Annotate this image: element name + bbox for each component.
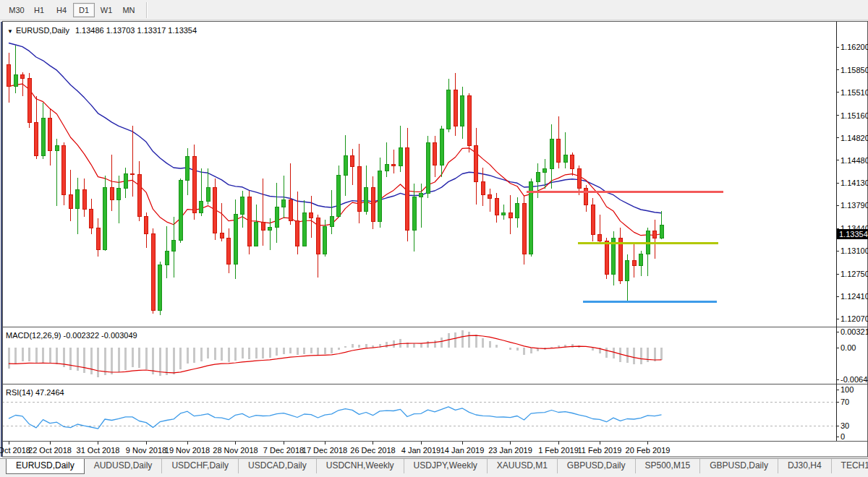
date-axis-label: 11 Feb 2019 xyxy=(578,446,622,455)
date-axis-label: 17 Dec 2018 xyxy=(302,446,347,455)
chart-window[interactable]: ▼EURUSD,Daily1.13486 1.13703 1.13317 1.1… xyxy=(0,21,868,457)
date-axis-label: 1 Feb 2019 xyxy=(538,446,579,455)
timeframe-button-w1[interactable]: W1 xyxy=(95,3,117,17)
rsi-indicator-label: RSI(14) 47.2464 xyxy=(6,388,64,397)
toolbar-separator xyxy=(146,2,147,18)
date-axis-label: 20 Feb 2019 xyxy=(626,446,671,455)
rsi-axis-label: 0 xyxy=(841,432,868,441)
date-axis-label: 4 Jan 2019 xyxy=(401,446,441,455)
price-axis-label: 1.15850 xyxy=(841,66,868,74)
tab-usdjpy-weekly[interactable]: USDJPY,Weekly xyxy=(404,459,487,473)
rsi-axis-label: 100 xyxy=(841,385,868,394)
timeframe-button-h1[interactable]: H1 xyxy=(28,3,50,17)
date-axis-label: 31 Oct 2018 xyxy=(77,446,120,455)
date-axis-label: 14 Jan 2019 xyxy=(441,446,485,455)
price-axis-label: 1.14480 xyxy=(841,156,868,165)
price-axis-label: 1.13440 xyxy=(841,224,868,233)
tab-gbpusd-daily[interactable]: GBPUSD,Daily xyxy=(699,459,778,473)
macd-indicator-label: MACD(12,26,9) -0.002322 -0.003049 xyxy=(6,331,137,340)
date-axis-label: 28 Nov 2018 xyxy=(213,446,258,455)
timeframe-button-m30[interactable]: M30 xyxy=(6,3,27,17)
tab-tech10[interactable]: TECH10 xyxy=(831,459,868,473)
date-axis-label: 9 Nov 2018 xyxy=(126,446,166,455)
price-axis-label: 1.15510 xyxy=(841,88,868,97)
chart-ohlc-values: 1.13486 1.13703 1.13317 1.13354 xyxy=(75,26,197,35)
chart-title: ▼EURUSD,Daily1.13486 1.13703 1.13317 1.1… xyxy=(7,26,197,35)
chart-symbol-label: EURUSD,Daily xyxy=(16,26,69,35)
price-axis-label: 1.12750 xyxy=(841,270,868,278)
date-axis-label: 12 Oct 2018 xyxy=(0,446,30,455)
macd-axis-label: 0.003216 xyxy=(841,327,868,336)
timeframe-toolbar: M30H1H4D1W1MN xyxy=(0,0,868,20)
rsi-axis-label: 70 xyxy=(841,398,868,406)
price-chart-canvas[interactable] xyxy=(0,21,868,457)
timeframe-button-mn[interactable]: MN xyxy=(118,3,140,17)
tab-gbpusd-daily[interactable]: GBPUSD,Daily xyxy=(557,459,635,473)
macd-axis-label: 0.00 xyxy=(841,343,868,352)
tab-sp500-m15[interactable]: SP500,M15 xyxy=(635,459,700,473)
price-axis-label: 1.12070 xyxy=(841,314,868,323)
timeframe-button-d1[interactable]: D1 xyxy=(73,3,95,17)
tab-eurusd-daily[interactable]: EURUSD,Daily xyxy=(6,459,85,474)
date-axis-label: 7 Dec 2018 xyxy=(263,446,304,455)
price-axis-label: 1.13100 xyxy=(841,246,868,255)
tab-usdchf-daily[interactable]: USDCHF,Daily xyxy=(161,459,238,473)
tab-dj30-h4[interactable]: DJ30,H4 xyxy=(778,459,831,473)
price-axis-label: 1.14130 xyxy=(841,179,868,187)
date-axis-label: 23 Jan 2019 xyxy=(488,446,532,455)
tab-xauusd-m1[interactable]: XAUUSD,M1 xyxy=(487,459,557,473)
price-axis-label: 1.15160 xyxy=(841,111,868,120)
timeframe-button-h4[interactable]: H4 xyxy=(51,3,72,17)
date-axis-label: 26 Dec 2018 xyxy=(350,446,395,455)
macd-axis-label: -0.006485 xyxy=(841,375,868,384)
tab-audusd-daily[interactable]: AUDUSD,Daily xyxy=(85,459,162,473)
date-axis-label: 19 Nov 2018 xyxy=(165,446,210,455)
price-axis-label: 1.12410 xyxy=(841,292,868,301)
chart-tab-bar: EURUSD,DailyAUDUSD,DailyUSDCHF,DailyUSDC… xyxy=(0,458,868,477)
price-axis-label: 1.16200 xyxy=(841,43,868,51)
price-axis-label: 1.14820 xyxy=(841,134,868,142)
price-axis-label: 1.13790 xyxy=(841,201,868,210)
rsi-axis-label: 30 xyxy=(841,421,868,430)
mt4-window: M30H1H4D1W1MN ▼EURUSD,Daily1.13486 1.137… xyxy=(0,0,868,477)
tab-usdcad-daily[interactable]: USDCAD,Daily xyxy=(238,459,316,473)
date-axis-label: 22 Oct 2018 xyxy=(28,446,72,455)
tab-usdcnh-weekly[interactable]: USDCNH,Weekly xyxy=(316,459,404,473)
chevron-down-icon[interactable]: ▼ xyxy=(7,28,13,35)
